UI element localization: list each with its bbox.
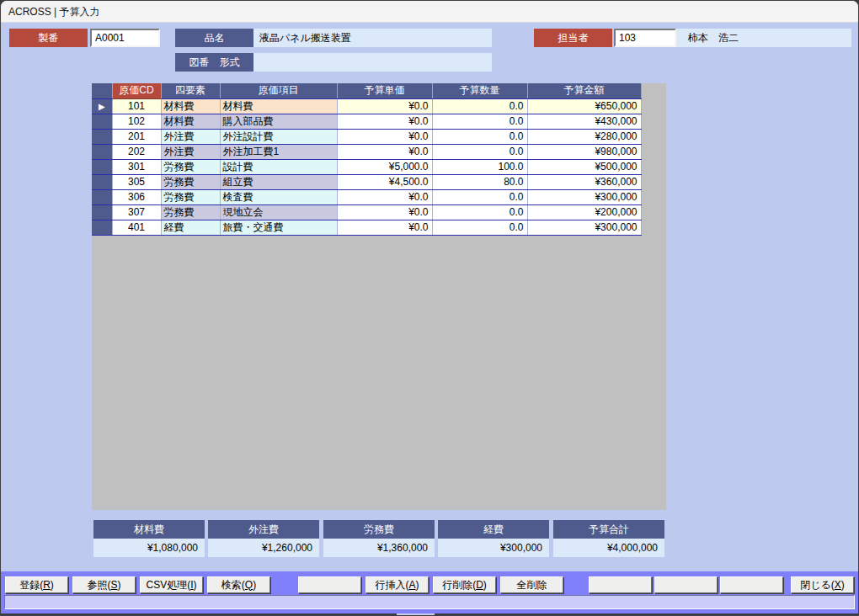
- cell-kingaku[interactable]: ¥980,000: [527, 144, 641, 159]
- cell-yoso[interactable]: 労務費: [161, 189, 220, 204]
- cell-kingaku[interactable]: ¥280,000: [527, 129, 641, 144]
- cell-item[interactable]: 旅費・交通費: [220, 220, 337, 235]
- cell-suryo[interactable]: 0.0: [432, 144, 527, 159]
- row-selector[interactable]: [92, 189, 112, 204]
- row-selector[interactable]: [92, 144, 112, 159]
- table-row: 201 外注費 外注設計費 ¥0.0 0.0 ¥280,000: [92, 129, 641, 144]
- cell-kingaku[interactable]: ¥360,000: [527, 174, 641, 189]
- cell-tanka[interactable]: ¥0.0: [337, 129, 432, 144]
- cell-cd[interactable]: 102: [112, 114, 161, 129]
- delete-all-button[interactable]: 全削除: [500, 576, 563, 593]
- cell-suryo[interactable]: 0.0: [432, 220, 527, 235]
- row-selector[interactable]: [92, 220, 112, 235]
- cell-tanka[interactable]: ¥0.0: [337, 114, 432, 129]
- summary-expense: 経費 ¥300,000: [438, 520, 549, 557]
- cell-kingaku[interactable]: ¥300,000: [527, 189, 641, 204]
- table-row: 401 経費 旅費・交通費 ¥0.0 0.0 ¥300,000: [92, 220, 641, 235]
- tantosha-code-input[interactable]: [614, 29, 676, 47]
- hinmei-value: 液晶パネル搬送装置: [253, 29, 492, 47]
- title-bar: ACROSS | 予算入力: [1, 1, 858, 23]
- cell-cd[interactable]: 307: [112, 204, 161, 220]
- close-button[interactable]: 閉じる(X): [791, 576, 854, 593]
- csv-process-button[interactable]: CSV処理(I): [140, 576, 203, 593]
- seiban-label: 製番: [9, 29, 88, 47]
- cell-yoso[interactable]: 材料費: [161, 114, 220, 129]
- delete-row-button[interactable]: 行削除(D): [433, 576, 496, 593]
- blank-button-4[interactable]: [720, 576, 783, 593]
- zuban-label: 図番 形式: [175, 53, 253, 72]
- summary-material-value: ¥1,080,000: [93, 539, 205, 557]
- table-row: 306 労務費 検査費 ¥0.0 0.0 ¥300,000: [92, 189, 641, 204]
- budget-grid: 原価CD 四要素 原価項目 予算単価 予算数量 予算金額 ▶ 101 材料費 材…: [92, 83, 666, 510]
- cell-item[interactable]: 検査費: [220, 189, 337, 204]
- cell-cd[interactable]: 101: [112, 98, 161, 114]
- cell-tanka[interactable]: ¥0.0: [337, 204, 432, 220]
- register-button[interactable]: 登録(R): [5, 576, 68, 593]
- cell-cd[interactable]: 301: [112, 159, 161, 174]
- cell-cd[interactable]: 201: [112, 129, 161, 144]
- cell-tanka[interactable]: ¥4,500.0: [337, 174, 432, 189]
- cell-yoso[interactable]: 労務費: [161, 174, 220, 189]
- summary-expense-label: 経費: [438, 520, 549, 539]
- cell-item[interactable]: 外注加工費1: [220, 144, 337, 159]
- grid-header-cd: 原価CD: [112, 83, 161, 98]
- seiban-input[interactable]: [90, 29, 160, 47]
- cell-yoso[interactable]: 外注費: [161, 144, 220, 159]
- summary-total-label: 予算合計: [553, 520, 664, 539]
- blank-button-2[interactable]: [589, 576, 652, 593]
- cell-suryo[interactable]: 0.0: [432, 129, 527, 144]
- cell-tanka[interactable]: ¥0.0: [337, 189, 432, 204]
- cell-yoso[interactable]: 労務費: [161, 204, 220, 220]
- blank-button-1[interactable]: [298, 576, 361, 593]
- table-row: 305 労務費 組立費 ¥4,500.0 80.0 ¥360,000: [92, 174, 641, 189]
- cell-cd[interactable]: 202: [112, 144, 161, 159]
- row-selector[interactable]: [92, 159, 112, 174]
- row-selector-arrow[interactable]: ▶: [92, 98, 112, 114]
- row-selector[interactable]: [92, 114, 112, 129]
- row-selector[interactable]: [92, 174, 112, 189]
- cell-tanka[interactable]: ¥0.0: [337, 98, 432, 114]
- summary-expense-value: ¥300,000: [438, 539, 549, 557]
- table-row: 301 労務費 設計費 ¥5,000.0 100.0 ¥500,000: [92, 159, 641, 174]
- cell-item[interactable]: 組立費: [220, 174, 337, 189]
- cell-suryo[interactable]: 0.0: [432, 204, 527, 220]
- table-row: ▶ 101 材料費 材料費 ¥0.0 0.0 ¥650,000: [92, 98, 641, 114]
- search-button[interactable]: 検索(Q): [207, 576, 270, 593]
- row-selector[interactable]: [92, 129, 112, 144]
- cell-kingaku[interactable]: ¥430,000: [527, 114, 641, 129]
- hinmei-label: 品名: [175, 29, 253, 47]
- status-bar: [4, 595, 855, 609]
- window-title: ACROSS | 予算入力: [8, 6, 99, 18]
- cell-suryo[interactable]: 80.0: [432, 174, 527, 189]
- summary-labor-label: 労務費: [323, 520, 435, 539]
- summary-labor: 労務費 ¥1,360,000: [323, 520, 435, 557]
- cell-yoso[interactable]: 材料費: [161, 98, 220, 114]
- cell-item[interactable]: 購入部品費: [220, 114, 337, 129]
- cell-kingaku[interactable]: ¥300,000: [527, 220, 641, 235]
- cell-suryo[interactable]: 0.0: [432, 98, 527, 114]
- cell-item[interactable]: 材料費: [220, 98, 337, 114]
- cell-suryo[interactable]: 100.0: [432, 159, 527, 174]
- cell-kingaku[interactable]: ¥200,000: [527, 204, 641, 220]
- cell-cd[interactable]: 401: [112, 220, 161, 235]
- cell-tanka[interactable]: ¥0.0: [337, 220, 432, 235]
- cell-tanka[interactable]: ¥0.0: [337, 144, 432, 159]
- cell-kingaku[interactable]: ¥650,000: [527, 98, 641, 114]
- cell-suryo[interactable]: 0.0: [432, 189, 527, 204]
- cell-cd[interactable]: 305: [112, 174, 161, 189]
- cell-suryo[interactable]: 0.0: [432, 114, 527, 129]
- reference-button[interactable]: 参照(S): [72, 576, 136, 593]
- cell-yoso[interactable]: 外注費: [161, 129, 220, 144]
- blank-button-3[interactable]: [654, 576, 718, 593]
- insert-row-button[interactable]: 行挿入(A): [365, 576, 429, 593]
- cell-cd[interactable]: 306: [112, 189, 161, 204]
- summary-outsourcing-label: 外注費: [208, 520, 319, 539]
- row-selector[interactable]: [92, 204, 112, 220]
- cell-tanka[interactable]: ¥5,000.0: [337, 159, 432, 174]
- cell-item[interactable]: 現地立会: [220, 204, 337, 220]
- cell-kingaku[interactable]: ¥500,000: [527, 159, 641, 174]
- cell-item[interactable]: 設計費: [220, 159, 337, 174]
- cell-item[interactable]: 外注設計費: [220, 129, 337, 144]
- cell-yoso[interactable]: 経費: [161, 220, 220, 235]
- cell-yoso[interactable]: 労務費: [161, 159, 220, 174]
